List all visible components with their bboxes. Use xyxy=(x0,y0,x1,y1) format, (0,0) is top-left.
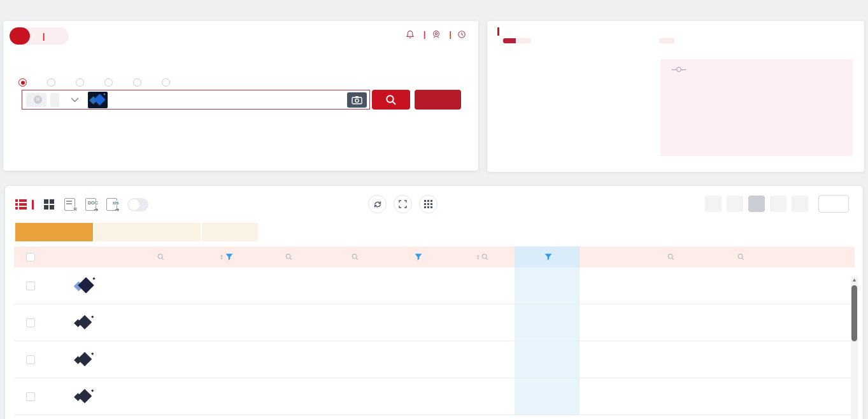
export-xls-icon[interactable]: xls➜ xyxy=(106,198,117,211)
tab-trademark-status[interactable] xyxy=(503,38,516,43)
monitior-link[interactable] xyxy=(432,30,444,39)
row-checkbox[interactable] xyxy=(26,281,35,290)
radio-image-class[interactable] xyxy=(162,78,174,87)
prev-page-button[interactable] xyxy=(727,195,743,212)
goto-page-input[interactable] xyxy=(818,195,849,213)
table-scrollbar[interactable]: ▲ xyxy=(851,276,858,419)
app-date-cell xyxy=(448,267,515,304)
chevron-down-icon[interactable] xyxy=(71,97,79,103)
radio-reg-no[interactable] xyxy=(104,78,117,87)
search-button[interactable] xyxy=(372,90,410,110)
header-links: | | xyxy=(406,30,469,39)
area-legend[interactable] xyxy=(672,67,690,72)
export-doc-icon[interactable]: DOC➜ xyxy=(85,198,96,211)
radio-similar-mark[interactable] xyxy=(18,78,31,87)
tab-euipo[interactable] xyxy=(202,223,258,241)
columns-grid-icon xyxy=(424,200,432,208)
radio-app-no[interactable] xyxy=(76,78,88,87)
header-app-no xyxy=(253,246,322,267)
search-icon[interactable] xyxy=(285,253,292,260)
radio-icon xyxy=(162,78,170,87)
search-report-link[interactable] xyxy=(406,30,418,39)
legend-marker xyxy=(672,69,676,70)
applicant-cell xyxy=(386,341,448,378)
donut-legend-item[interactable] xyxy=(505,129,580,136)
search-icon[interactable] xyxy=(157,253,164,260)
header-agency xyxy=(704,246,776,267)
tm-image-design[interactable] xyxy=(75,315,94,331)
filter-icon[interactable] xyxy=(225,253,233,260)
grid-view-icon[interactable] xyxy=(44,199,54,210)
header-status xyxy=(515,246,580,267)
active-view-indicator xyxy=(32,200,34,210)
jurisdictions-cell xyxy=(776,267,855,304)
tm-image-design[interactable] xyxy=(75,388,94,405)
radio-agency[interactable] xyxy=(133,78,145,87)
row-checkbox[interactable] xyxy=(26,355,35,364)
class-button[interactable] xyxy=(415,90,461,110)
select-toggle[interactable] xyxy=(127,198,148,211)
row-checkbox[interactable] xyxy=(26,318,35,327)
reg-no-cell xyxy=(322,341,386,378)
filter-icon[interactable] xyxy=(544,253,552,260)
table-row[interactable] xyxy=(14,341,855,378)
tab-trademark-search[interactable] xyxy=(10,27,30,45)
filter-icon[interactable] xyxy=(415,253,422,260)
search-icon[interactable] xyxy=(737,253,744,260)
search-icon[interactable] xyxy=(352,253,359,260)
bell-icon xyxy=(406,30,415,39)
reg-no-cell xyxy=(322,304,386,341)
jurisdictions-cell xyxy=(776,341,855,378)
donut-legend-item[interactable] xyxy=(505,120,580,127)
report-document-icon[interactable]: R xyxy=(64,198,75,211)
tab-united-states[interactable] xyxy=(94,223,201,241)
search-input[interactable]: ✕ xyxy=(22,90,370,110)
agency-cell xyxy=(704,341,776,378)
search-icon[interactable] xyxy=(481,253,488,260)
tab-mainland-china[interactable] xyxy=(15,223,93,241)
status-cell xyxy=(515,378,580,415)
extra-regions-chip[interactable] xyxy=(50,93,59,107)
tm-text-cell xyxy=(122,267,197,304)
radio-applicants-name[interactable] xyxy=(47,78,59,87)
next-page-button[interactable] xyxy=(770,195,786,212)
table-row[interactable] xyxy=(14,378,855,415)
first-page-button[interactable] xyxy=(705,195,722,212)
select-all-checkbox[interactable] xyxy=(26,253,35,262)
donut-legend-item[interactable] xyxy=(580,120,594,127)
region-chip[interactable]: ✕ xyxy=(26,93,46,107)
camera-upload-button[interactable] xyxy=(347,92,367,108)
table-row[interactable] xyxy=(14,304,855,341)
similarity-cell xyxy=(580,267,636,304)
scroll-up-arrow[interactable]: ▲ xyxy=(851,276,858,284)
search-icon xyxy=(385,94,397,106)
tab-classes[interactable] xyxy=(516,38,531,43)
columns-settings-button[interactable] xyxy=(419,195,438,213)
search-icon[interactable] xyxy=(667,253,674,260)
list-view-icon[interactable] xyxy=(15,199,27,210)
status-cell xyxy=(515,304,580,341)
sort-icon[interactable]: ▲▼ xyxy=(220,254,224,260)
refresh-button[interactable] xyxy=(368,195,387,213)
radio-icon xyxy=(47,78,55,87)
reg-no-cell xyxy=(322,267,386,304)
row-checkbox[interactable] xyxy=(26,392,35,401)
table-row[interactable] xyxy=(14,267,855,304)
history-link[interactable] xyxy=(457,30,469,39)
donut-legend xyxy=(505,120,594,136)
header-class: ▲▼ xyxy=(197,246,253,267)
app-no-cell xyxy=(253,304,322,341)
donut-legend-item[interactable] xyxy=(580,129,594,136)
sort-icon[interactable]: ▲▼ xyxy=(476,254,480,260)
last-page-button[interactable] xyxy=(792,195,808,212)
tm-image-design[interactable] xyxy=(75,352,94,368)
current-page-button[interactable] xyxy=(748,195,765,212)
header-applicant xyxy=(386,246,448,267)
fullscreen-button[interactable] xyxy=(394,195,412,213)
fullscreen-icon xyxy=(399,200,407,208)
scrollbar-thumb[interactable] xyxy=(851,285,857,341)
search-bar: ✕ xyxy=(22,90,461,110)
remove-region-icon[interactable]: ✕ xyxy=(34,96,42,104)
link-separator: | xyxy=(423,30,426,39)
tm-image-lanternfish[interactable] xyxy=(73,276,96,295)
